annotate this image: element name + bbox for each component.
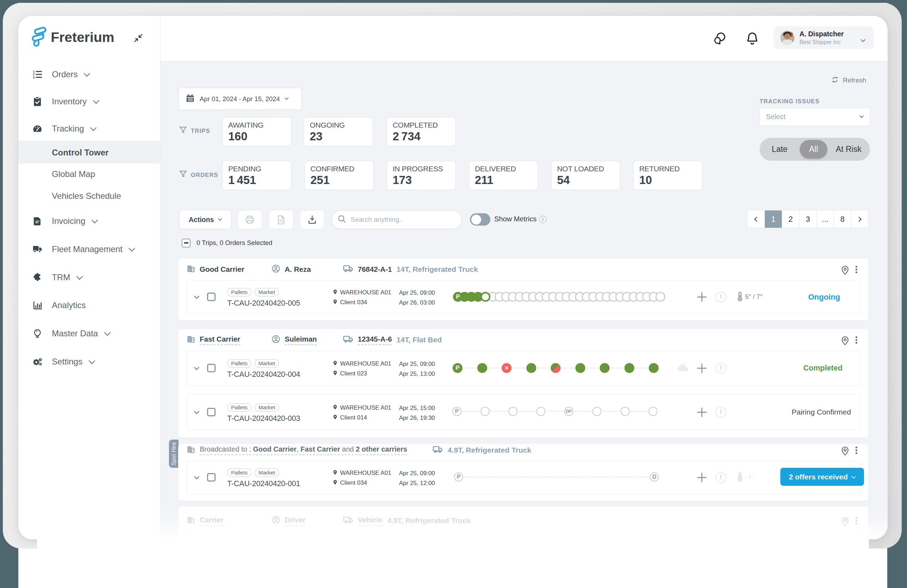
svg-text:3: 3 bbox=[33, 76, 35, 79]
